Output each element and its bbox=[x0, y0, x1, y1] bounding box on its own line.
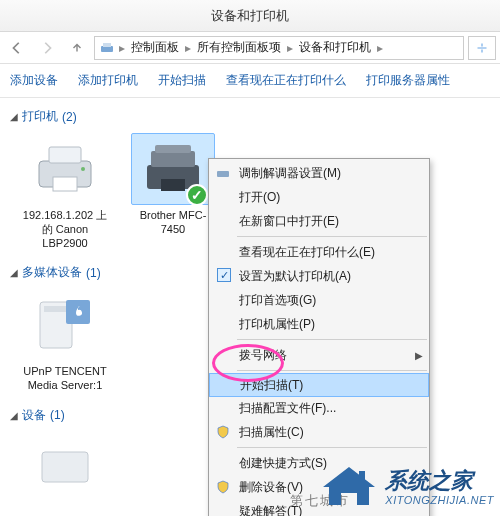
menu-scan-profiles[interactable]: 扫描配置文件(F)... bbox=[209, 396, 429, 420]
shield-icon bbox=[215, 424, 231, 440]
printer-icon bbox=[23, 133, 107, 205]
menu-modem-settings[interactable]: 调制解调器设置(M) bbox=[209, 161, 429, 185]
group-label: 设备 bbox=[22, 407, 46, 424]
nav-forward-button[interactable] bbox=[34, 35, 60, 61]
menu-scan-properties[interactable]: 扫描属性(C) bbox=[209, 420, 429, 444]
breadcrumb[interactable]: ▸ 控制面板 ▸ 所有控制面板项 ▸ 设备和打印机 ▸ bbox=[94, 36, 464, 60]
menu-see-print-jobs[interactable]: 查看现在正在打印什么(E) bbox=[209, 240, 429, 264]
group-count: (1) bbox=[86, 266, 101, 280]
toolbar-add-device[interactable]: 添加设备 bbox=[10, 72, 58, 89]
menu-separator bbox=[237, 339, 427, 340]
svg-point-5 bbox=[81, 167, 85, 171]
toolbar-start-scan[interactable]: 开始扫描 bbox=[158, 72, 206, 89]
nav-back-button[interactable] bbox=[4, 35, 30, 61]
device-label: UPnP TENCENT Media Server:1 bbox=[20, 365, 110, 393]
chevron-right-icon: ▸ bbox=[117, 41, 127, 55]
device-label: Brother MFC-7450 bbox=[128, 209, 218, 237]
brand-en: XITONGZHIJIA.NET bbox=[385, 494, 494, 506]
menu-open-new-window[interactable]: 在新窗口中打开(E) bbox=[209, 209, 429, 233]
chevron-right-icon: ▸ bbox=[183, 41, 193, 55]
svg-rect-8 bbox=[155, 145, 191, 153]
group-count: (1) bbox=[50, 408, 65, 422]
default-check-icon: ✓ bbox=[186, 184, 208, 206]
svg-rect-9 bbox=[161, 179, 185, 191]
device-item[interactable] bbox=[20, 432, 110, 508]
svg-rect-3 bbox=[49, 147, 81, 163]
svg-rect-11 bbox=[44, 306, 68, 312]
group-label: 打印机 bbox=[22, 108, 58, 125]
svg-rect-15 bbox=[359, 471, 365, 481]
submenu-arrow-icon: ▶ bbox=[415, 350, 423, 361]
check-icon: ✓ bbox=[217, 268, 231, 282]
menu-print-preferences[interactable]: 打印首选项(G) bbox=[209, 288, 429, 312]
device-item[interactable]: UPnP TENCENT Media Server:1 bbox=[20, 289, 110, 393]
media-server-icon bbox=[23, 289, 107, 361]
brand-cn: 系统之家 bbox=[385, 469, 494, 493]
svg-rect-1 bbox=[103, 43, 111, 47]
group-header-printers[interactable]: ◢ 打印机 (2) bbox=[10, 108, 490, 125]
toolbar-add-printer[interactable]: 添加打印机 bbox=[78, 72, 138, 89]
menu-open[interactable]: 打开(O) bbox=[209, 185, 429, 209]
shield-icon bbox=[215, 479, 231, 495]
mfc-printer-icon: ✓ bbox=[131, 133, 215, 205]
nav-up-button[interactable] bbox=[64, 35, 90, 61]
svg-rect-7 bbox=[151, 151, 195, 167]
menu-separator bbox=[237, 236, 427, 237]
device-label: 192.168.1.202 上的 Canon LBP2900 bbox=[20, 209, 110, 250]
breadcrumb-item[interactable]: 所有控制面板项 bbox=[195, 39, 283, 56]
window-titlebar: 设备和打印机 bbox=[0, 0, 500, 32]
group-count: (2) bbox=[62, 110, 77, 124]
menu-start-scan[interactable]: 开始扫描(T) bbox=[209, 373, 429, 397]
device-item[interactable]: 192.168.1.202 上的 Canon LBP2900 bbox=[20, 133, 110, 250]
toolbar-server-props[interactable]: 打印服务器属性 bbox=[366, 72, 450, 89]
menu-separator bbox=[237, 370, 427, 371]
group-label: 多媒体设备 bbox=[22, 264, 82, 281]
menu-separator bbox=[237, 447, 427, 448]
generic-device-icon bbox=[23, 432, 107, 504]
search-input[interactable] bbox=[468, 36, 496, 60]
toolbar: 添加设备 添加打印机 开始扫描 查看现在正在打印什么 打印服务器属性 bbox=[0, 64, 500, 98]
device-item-selected[interactable]: ✓ Brother MFC-7450 bbox=[128, 133, 218, 250]
address-bar: ▸ 控制面板 ▸ 所有控制面板项 ▸ 设备和打印机 ▸ bbox=[0, 32, 500, 64]
devices-printers-icon bbox=[99, 40, 115, 56]
svg-rect-4 bbox=[53, 177, 77, 191]
svg-rect-14 bbox=[217, 171, 229, 177]
brand-watermark: 系统之家 XITONGZHIJIA.NET bbox=[319, 463, 494, 512]
chevron-right-icon: ▸ bbox=[375, 41, 385, 55]
collapse-icon: ◢ bbox=[10, 111, 18, 122]
chevron-right-icon: ▸ bbox=[285, 41, 295, 55]
svg-rect-13 bbox=[42, 452, 88, 482]
breadcrumb-item[interactable]: 控制面板 bbox=[129, 39, 181, 56]
menu-printer-properties[interactable]: 打印机属性(P) bbox=[209, 312, 429, 336]
breadcrumb-item[interactable]: 设备和打印机 bbox=[297, 39, 373, 56]
house-icon bbox=[319, 463, 379, 512]
menu-set-default-printer[interactable]: ✓ 设置为默认打印机(A) bbox=[209, 264, 429, 288]
window-title: 设备和打印机 bbox=[211, 7, 289, 25]
modem-icon bbox=[215, 165, 231, 181]
toolbar-see-printing[interactable]: 查看现在正在打印什么 bbox=[226, 72, 346, 89]
menu-dial-network[interactable]: 拨号网络 ▶ bbox=[209, 343, 429, 367]
collapse-icon: ◢ bbox=[10, 410, 18, 421]
collapse-icon: ◢ bbox=[10, 267, 18, 278]
